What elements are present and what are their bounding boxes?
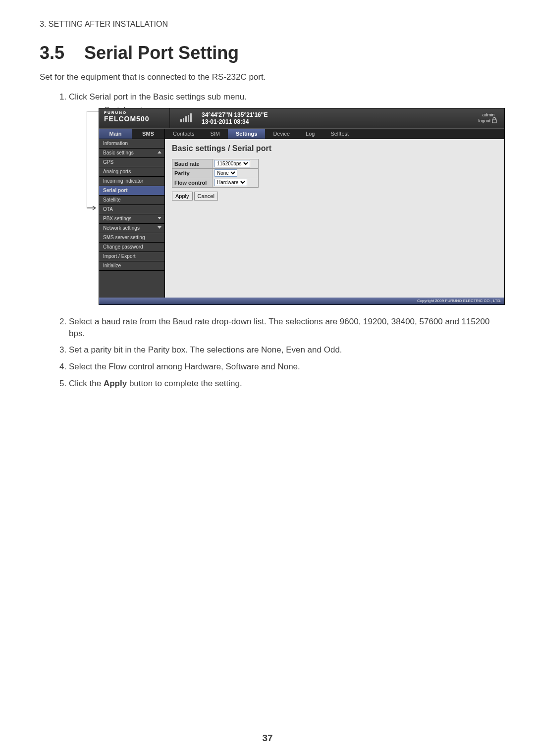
signal-icon: [170, 113, 202, 123]
tab-sim[interactable]: SIM: [202, 129, 228, 139]
sidebar-item-satellite[interactable]: Satellite: [99, 196, 164, 205]
side-tab-sms[interactable]: SMS: [132, 129, 164, 139]
apply-button[interactable]: Apply: [172, 192, 193, 201]
step-4: Select the Flow control among Hardware, …: [69, 361, 495, 373]
sidebar-item-initialize[interactable]: Initialize: [99, 261, 164, 271]
sidebar-item-ota[interactable]: OTA: [99, 205, 164, 214]
app-screenshot: FURUNO FELCOM500 34°44'27"N 135°21'16"E …: [99, 108, 505, 305]
chapter-line: 3. SETTING AFTER INSTALLATION: [40, 20, 495, 29]
baud-rate-select[interactable]: 115200bps: [214, 160, 250, 167]
section-title: Serial Port Setting: [84, 43, 239, 63]
tab-settings[interactable]: Settings: [228, 129, 265, 139]
admin-area[interactable]: admin logout: [473, 108, 504, 128]
sub-header: Main SMS Contacts SIM Settings Device Lo…: [99, 128, 504, 139]
sidebar-item-pbx-settings[interactable]: PBX settings: [99, 214, 164, 224]
panel-title: Basic settings / Serial port: [172, 144, 497, 153]
callout-line: [87, 111, 87, 208]
logout-link[interactable]: logout: [479, 118, 491, 123]
app-footer: Copyright 2009 FURUNO ELECTRIC CO., LTD.: [99, 298, 504, 304]
lock-icon: [491, 117, 498, 124]
flow-control-label: Flow control: [172, 178, 213, 187]
tab-log[interactable]: Log: [298, 129, 322, 139]
cancel-button[interactable]: Cancel: [194, 192, 218, 201]
coordinates-readout: 34°44'27"N 135°21'16"E 13-01-2011 08:34: [202, 111, 268, 125]
parity-select[interactable]: None: [214, 169, 237, 177]
sidebar-item-basic-settings[interactable]: Basic settings: [99, 149, 164, 158]
tab-contacts[interactable]: Contacts: [165, 129, 202, 139]
sidebar-item-analog-ports[interactable]: Analog ports: [99, 167, 164, 177]
app-header: FURUNO FELCOM500 34°44'27"N 135°21'16"E …: [99, 108, 504, 128]
sidebar-item-import-export[interactable]: Import / Export: [99, 252, 164, 261]
tab-device[interactable]: Device: [265, 129, 298, 139]
flow-control-select[interactable]: Hardware: [214, 179, 247, 186]
baud-rate-label: Baud rate: [172, 159, 213, 168]
main-panel: Basic settings / Serial port Baud rate 1…: [165, 139, 504, 298]
step-3: Set a parity bit in the Parity box. The …: [69, 344, 495, 356]
section-heading: 3.5Serial Port Setting: [40, 43, 495, 63]
header-middle: 34°44'27"N 135°21'16"E 13-01-2011 08:34: [170, 108, 473, 128]
brand-small: FURUNO: [104, 110, 169, 115]
sidebar-item-gps[interactable]: GPS: [99, 158, 164, 167]
sidebar: Information Basic settings GPS Analog po…: [99, 139, 165, 298]
page-number: 37: [0, 733, 535, 744]
coords-line1: 34°44'27"N 135°21'16"E: [202, 111, 268, 118]
sidebar-item-network-settings[interactable]: Network settings: [99, 224, 164, 233]
admin-label: admin: [482, 112, 495, 117]
sidebar-item-serial-port[interactable]: Serial port: [99, 186, 164, 196]
arrow-right-icon: [87, 205, 98, 211]
side-tab-main[interactable]: Main: [99, 129, 132, 139]
coords-line2: 13-01-2011 08:34: [202, 118, 268, 125]
brand-product: FELCOM500: [104, 115, 169, 123]
parity-label: Parity: [172, 168, 213, 178]
sidebar-item-change-password[interactable]: Change password: [99, 243, 164, 252]
section-number: 3.5: [40, 43, 64, 63]
step-1: Click Serial port in the Basic settings …: [69, 91, 495, 103]
tab-selftest[interactable]: Selftest: [322, 129, 357, 139]
step-2: Select a baud rate from the Baud rate dr…: [69, 316, 495, 340]
step-5: Click the Apply button to complete the s…: [69, 378, 495, 390]
sidebar-item-sms-server-setting[interactable]: SMS server setting: [99, 233, 164, 243]
sidebar-item-incoming-indicator[interactable]: Incoming indicator: [99, 177, 164, 186]
intro-text: Set for the equipment that is connected …: [40, 72, 495, 82]
serial-port-form: Baud rate 115200bps Parity N: [172, 159, 259, 188]
brand-block: FURUNO FELCOM500: [99, 108, 170, 128]
callout-line: [87, 111, 100, 111]
sidebar-item-information[interactable]: Information: [99, 139, 164, 149]
